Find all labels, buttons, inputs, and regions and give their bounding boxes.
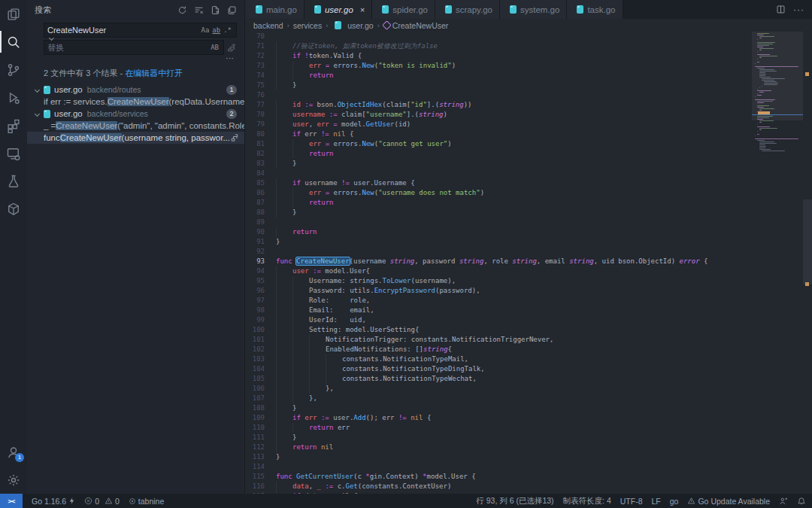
result-match[interactable]: func CreateNewUser(username string, pass… — [27, 132, 244, 144]
match-count-badge: 1 — [226, 85, 237, 95]
new-search-editor-icon[interactable] — [211, 5, 220, 15]
search-panel: 搜索 Aa ab .* AB ··· 2 文件中有 3 个结果 - 在编辑器中打… — [27, 0, 245, 494]
clear-results-icon[interactable] — [194, 5, 204, 15]
result-match[interactable]: if err := services.CreateNewUser(reqData… — [27, 96, 244, 108]
feedback-icon[interactable] — [774, 494, 792, 508]
file-name: user.go — [54, 85, 83, 94]
code-line-94: 94user := model.User{ — [246, 266, 752, 276]
search-input[interactable] — [47, 26, 199, 35]
tab-label: user.go — [325, 5, 353, 14]
code-line-89: 89 — [246, 217, 752, 227]
file-name: user.go — [54, 109, 83, 118]
chevron-down-icon — [34, 87, 39, 92]
tab-label: main.go — [266, 5, 297, 14]
code-line-101: 101NotificationTrigger: constants.Notifi… — [246, 335, 752, 345]
editor-tab-task.go[interactable]: task.go — [567, 0, 623, 19]
result-file-backend/services[interactable]: user.gobackend/services2 — [27, 108, 244, 120]
line-number: 100 — [246, 325, 276, 335]
go-update-item[interactable]: Go Update Available — [683, 494, 774, 508]
line-number: 81 — [246, 139, 276, 149]
cursor-position-item[interactable]: 行 93, 列 6 (已选择13) — [471, 494, 558, 508]
go-file-icon — [44, 110, 50, 118]
breadcrumb-separator: › — [326, 22, 328, 29]
problems-item[interactable]: 0 0 — [80, 494, 124, 508]
tabnine-icon — [129, 497, 136, 505]
breadcrumb-item-backend[interactable]: backend — [253, 21, 283, 30]
replace-match-icon[interactable] — [230, 133, 239, 142]
search-results-tree: user.gobackend/routes1if err := services… — [27, 84, 244, 144]
run-debug-icon[interactable] — [0, 84, 27, 111]
code-line-115: 115func GetCurrentUser(c *gin.Context) *… — [246, 472, 752, 482]
symbol-method-icon — [382, 20, 392, 30]
tab-label: spider.go — [392, 5, 428, 14]
notifications-bell-icon[interactable] — [792, 494, 812, 508]
code-line-88: 88} — [246, 208, 752, 217]
search-icon[interactable] — [0, 28, 27, 56]
close-tab-icon[interactable]: × — [360, 5, 365, 14]
line-number: 105 — [246, 374, 276, 384]
match-case-icon[interactable]: Aa — [199, 26, 211, 35]
split-editor-icon[interactable] — [776, 5, 786, 14]
breadcrumb-separator: › — [377, 22, 380, 29]
editor-tab-scrapy.go[interactable]: scrapy.go — [435, 0, 500, 19]
result-match[interactable]: _ = CreateNewUser("admin", "admin", cons… — [27, 120, 244, 132]
editor-tab-system.go[interactable]: system.go — [500, 0, 567, 19]
eol-item[interactable]: LF — [647, 494, 665, 508]
code-line-79: 79user, err = model.GetUser(id) — [246, 120, 752, 129]
open-in-editor-icon[interactable] — [227, 5, 237, 15]
open-in-editor-link[interactable]: 在编辑器中打开 — [125, 68, 183, 78]
code-line-93: 93func CreateNewUser(username string, pa… — [246, 257, 752, 266]
result-file-backend/routes[interactable]: user.gobackend/routes1 — [27, 84, 244, 96]
source-control-icon[interactable] — [0, 56, 27, 84]
go-version-item[interactable]: Go 1.16.6 — [27, 494, 80, 508]
testing-icon[interactable] — [0, 167, 27, 195]
minimap[interactable] — [752, 32, 803, 494]
code-line-75: 75} — [246, 81, 752, 90]
scrollbar-slider[interactable] — [803, 199, 812, 284]
activity-bar: 1 — [0, 0, 27, 494]
whole-word-icon[interactable]: ab — [211, 26, 222, 35]
language-mode-item[interactable]: go — [665, 494, 683, 508]
match-highlight: CreateNewUser — [56, 121, 117, 130]
breadcrumb-item-user.go[interactable]: user.go — [332, 21, 373, 30]
code-line-95: 95Username: strings.ToLower(username), — [246, 276, 752, 286]
toggle-search-details[interactable]: ··· — [27, 55, 234, 62]
package-icon[interactable] — [0, 195, 27, 223]
go-file-icon — [335, 21, 341, 29]
account-icon[interactable]: 1 — [0, 438, 27, 466]
replace-all-icon[interactable] — [226, 42, 237, 53]
go-file-icon — [510, 5, 517, 14]
search-input-box: Aa ab .* — [44, 23, 237, 38]
code-editor[interactable]: 7071//验证token, 如果token被修改过则为false72if !t… — [246, 32, 752, 494]
remote-indicator[interactable]: >< — [0, 494, 23, 508]
editor-tab-spider.go[interactable]: spider.go — [372, 0, 435, 19]
code-line-105: 105constants.NotificationTypeWechat, — [246, 374, 752, 384]
minimap-slider[interactable] — [752, 32, 803, 120]
tabnine-item[interactable]: tabnine — [124, 494, 168, 508]
tab-bar: main.gouser.go×spider.goscrapy.gosystem.… — [246, 0, 812, 19]
go-file-icon — [577, 5, 583, 14]
match-highlight: CreateNewUser — [108, 97, 169, 106]
explorer-icon[interactable] — [0, 0, 27, 28]
line-number: 103 — [246, 354, 276, 364]
code-line-85: 85if username != user.Username { — [246, 178, 752, 188]
regex-icon[interactable]: .* — [222, 26, 233, 35]
preserve-case-icon[interactable]: AB — [209, 43, 220, 52]
code-line-84: 84 — [246, 169, 752, 178]
refresh-icon[interactable] — [177, 5, 187, 15]
editor-tab-user.go[interactable]: user.go× — [304, 0, 372, 19]
settings-gear-icon[interactable] — [0, 466, 27, 494]
editor-tab-main.go[interactable]: main.go — [246, 0, 304, 19]
remote-explorer-icon[interactable] — [0, 139, 27, 167]
replace-input[interactable] — [47, 43, 209, 52]
breadcrumb-separator: › — [287, 22, 289, 29]
breadcrumb-item-CreateNewUser[interactable]: CreateNewUser — [383, 21, 449, 30]
overview-ruler — [803, 32, 812, 494]
line-number: 87 — [246, 198, 276, 208]
line-number: 90 — [246, 227, 276, 237]
editor-more-actions-icon[interactable]: ··· — [793, 5, 804, 15]
tab-size-item[interactable]: 制表符长度: 4 — [559, 494, 616, 508]
breadcrumb-item-services[interactable]: services — [293, 21, 323, 30]
encoding-item[interactable]: UTF-8 — [616, 494, 647, 508]
extensions-icon[interactable] — [0, 111, 27, 139]
